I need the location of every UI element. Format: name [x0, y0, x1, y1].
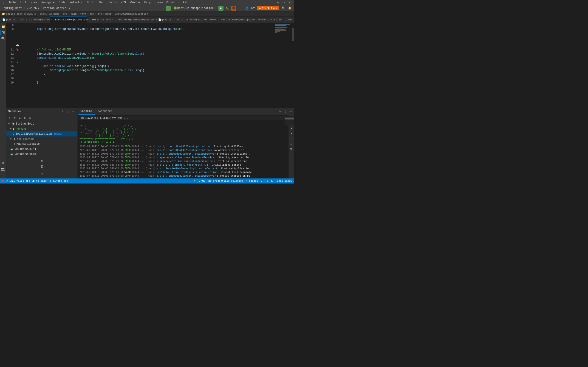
status-line-ending[interactable]: LF	[271, 180, 274, 183]
console-scroll-down[interactable]: ▼	[289, 131, 294, 136]
menu-run[interactable]: Run	[97, 0, 106, 5]
console-wrap-btn[interactable]: ≡	[289, 136, 294, 141]
bottom-sidebar-structure[interactable]: 🏗	[39, 164, 45, 170]
menu-vcs[interactable]: VCS	[119, 0, 128, 5]
menu-navigate[interactable]: Navigate	[40, 0, 57, 5]
menu-edit[interactable]: Edit	[18, 0, 28, 5]
tab-hello-02-close[interactable]: ✕	[151, 18, 152, 21]
services-refresh-btn[interactable]: ↻	[7, 116, 12, 120]
tab-boot302-close[interactable]: ✕	[97, 18, 99, 21]
console-layout-btn[interactable]: ⋮	[283, 109, 288, 114]
tab-boot302[interactable]: ☕ Boot302DemoApplication.java ✕	[50, 17, 87, 23]
console-scroll-up[interactable]: ▲	[289, 126, 294, 131]
bc-src[interactable]: src	[63, 13, 67, 15]
bottom-sidebar-refresh[interactable]: ↻	[39, 158, 45, 163]
tab-hello-01-close[interactable]: ✕	[254, 18, 255, 21]
search-button[interactable]: 🔍	[281, 6, 286, 11]
more-actions-button[interactable]: ⋮	[238, 6, 243, 11]
menu-code[interactable]: Code	[57, 0, 67, 5]
tab-app-props-close[interactable]: ✕	[163, 18, 164, 21]
tab-hello-01[interactable]: ☕ boot3-01-demo\...\HelloController.java…	[190, 17, 227, 23]
version-control[interactable]: Version control ▾	[43, 6, 70, 10]
bc-main[interactable]: main	[71, 13, 77, 15]
menu-file[interactable]: File	[7, 0, 18, 5]
services-collapse-btn[interactable]: ▲	[17, 116, 22, 120]
bc-com[interactable]: com	[90, 13, 94, 15]
services-minimize-btn[interactable]: ─	[71, 109, 76, 114]
status-aws[interactable]: ☁ AWS: No credentials selected	[198, 180, 243, 183]
minimize-btn[interactable]: ─	[275, 0, 280, 5]
bc-java[interactable]: java	[80, 13, 86, 15]
console-clear-btn[interactable]: 🗑	[289, 147, 294, 151]
status-encoding[interactable]: UTF-8	[261, 180, 268, 183]
sidebar-icon-explorer[interactable]: 📁	[0, 24, 6, 29]
code-content[interactable]: import org.springframework.boot.autoconf…	[19, 23, 274, 108]
bc-root[interactable]: 📁	[2, 12, 5, 15]
build-button[interactable]: 🔨	[166, 6, 171, 11]
services-add-config-btn[interactable]: +	[38, 116, 42, 120]
tab-hello-02[interactable]: ☕ boot3-02-demo\...\HelloController.java…	[87, 17, 124, 23]
console-print-btn[interactable]: 🖨	[289, 142, 294, 146]
tab-settings-icon[interactable]: ⚙	[288, 17, 293, 22]
console-settings-btn[interactable]: ⚙	[277, 109, 282, 114]
status-line-col[interactable]: 1453 61:30	[277, 180, 292, 183]
tab-pom-01[interactable]: 📄 pom.xml (boot3-01-demo) ✕	[0, 17, 34, 23]
tree-docker1[interactable]: 🐳 Docker2023744	[6, 147, 78, 152]
tab-main-app-close[interactable]: ✕	[263, 18, 265, 21]
menu-window[interactable]: Window	[128, 0, 142, 5]
translate-button[interactable]: A文	[251, 6, 256, 11]
close-btn[interactable]: ✕	[287, 0, 292, 5]
tab-pom-02[interactable]: 📄 pom.xml (boot3-02-demo) ✕	[156, 17, 190, 23]
services-filter-btn[interactable]: ⚙	[23, 116, 27, 120]
tree-boot302-app[interactable]: ▶ Boot302DemoApplication :8080/	[6, 131, 78, 136]
sidebar-icon-settings[interactable]: ⚙	[0, 160, 6, 166]
tab-rest-ctrl[interactable]: C RestController.class ✕	[257, 17, 287, 23]
sidebar-icon-structure[interactable]: 🏗	[0, 30, 6, 35]
services-layout-btn[interactable]: ≡	[27, 116, 32, 120]
tree-not-started[interactable]: ▼ ⏸ Not Started	[6, 136, 78, 142]
status-branch[interactable]: ⎇	[6, 180, 9, 183]
tab-actuator[interactable]: ⚡ Actuator	[95, 108, 115, 115]
status-error-indicator[interactable]: ●	[194, 180, 196, 183]
run-gutter-icon[interactable]: ▶	[17, 61, 18, 64]
tab-pom-02-close[interactable]: ✕	[198, 18, 199, 21]
menu-view[interactable]: View	[29, 0, 39, 5]
debug-button[interactable]: 🐛	[225, 6, 230, 11]
bottom-sidebar-settings[interactable]: ⚙	[39, 171, 45, 176]
notifications-button[interactable]: 🔔	[287, 6, 292, 11]
run-button[interactable]: ▶	[218, 6, 224, 11]
services-expand-btn[interactable]: ▼	[12, 116, 17, 120]
menu-build[interactable]: Build	[85, 0, 97, 5]
account-button[interactable]: 👤	[244, 6, 249, 11]
status-error[interactable]	[2, 180, 4, 182]
editor-scrollbar[interactable]	[292, 23, 294, 108]
sidebar-icon-camera[interactable]: 📷	[0, 166, 6, 172]
bc-module[interactable]: boot3-02-demo	[40, 13, 60, 15]
maximize-btn[interactable]: □	[281, 0, 286, 5]
profile-button[interactable]: ⬛	[231, 6, 236, 11]
menu-huawei[interactable]: Huawei Cloud Toolkit	[153, 0, 190, 5]
sidebar-icon-search[interactable]: 🔍	[0, 36, 6, 41]
menu-help[interactable]: Help	[142, 0, 153, 5]
bc-class[interactable]: Boot302DemoApplication	[115, 13, 148, 15]
menu-tools[interactable]: Tools	[107, 0, 119, 5]
start-exam-button[interactable]: ▶ Start Exam	[257, 6, 279, 10]
tab-rest-ctrl-close[interactable]: ✕	[293, 18, 294, 21]
tree-main-app[interactable]: ⏸ MainApplication	[6, 142, 78, 147]
bc-boot[interactable]: boot	[105, 13, 111, 15]
project-selector[interactable]: spring-boot-3-202376 ▾	[2, 6, 41, 10]
menu-refactor[interactable]: Refactor	[68, 0, 85, 5]
bc-djc[interactable]: djc	[97, 13, 102, 15]
run-config-dropdown[interactable]: ▾	[214, 6, 216, 10]
services-filter-text-btn[interactable]: T	[33, 116, 37, 120]
console-close-btn[interactable]: ─	[288, 109, 293, 114]
services-add-btn[interactable]: +	[60, 109, 65, 114]
services-settings-btn[interactable]: ⋮	[65, 109, 70, 114]
tab-help-close[interactable]: ✕	[51, 18, 52, 21]
tab-console[interactable]: Console	[78, 108, 95, 115]
tab-pom-01-close[interactable]: ✕	[42, 18, 44, 21]
tree-spring-boot[interactable]: ▼ 🍃 Spring Boot	[6, 121, 78, 126]
bc-project[interactable]: spring-boot-3-202376	[6, 13, 36, 15]
status-indent[interactable]: 4 spaces	[246, 180, 258, 183]
tree-docker2[interactable]: 🐳 Docker2023518	[6, 152, 78, 157]
